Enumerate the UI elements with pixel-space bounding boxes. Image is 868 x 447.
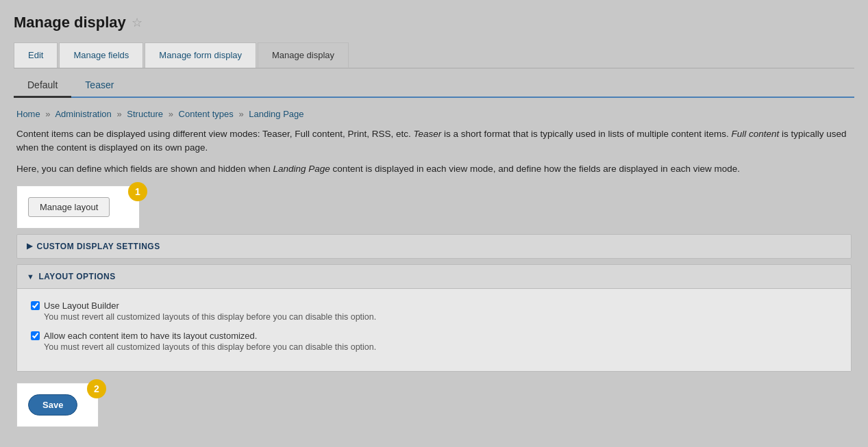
desc-italic-teaser: Teaser xyxy=(414,129,442,139)
page-title: Manage display xyxy=(14,14,126,31)
favorite-star-icon[interactable]: ☆ xyxy=(132,15,142,30)
save-panel: Save 2 xyxy=(16,383,99,427)
breadcrumb-content-types[interactable]: Content types xyxy=(179,109,234,119)
description-paragraph: Content items can be displayed using dif… xyxy=(16,127,852,155)
tab-teaser[interactable]: Teaser xyxy=(71,74,127,98)
breadcrumb-administration[interactable]: Administration xyxy=(55,109,111,119)
tab-manage-form-display[interactable]: Manage form display xyxy=(145,42,256,68)
breadcrumb-sep-1: » xyxy=(45,109,50,119)
breadcrumb-sep-3: » xyxy=(169,109,173,119)
layout-options-body: Use Layout Builder You must revert all c… xyxy=(17,288,851,371)
checkbox-row-use-layout-builder: Use Layout Builder You must revert all c… xyxy=(31,300,837,322)
primary-tabs: Edit Manage fields Manage form display M… xyxy=(14,42,854,68)
allow-custom-layout-help: You must revert all customized layouts o… xyxy=(44,342,376,352)
breadcrumb-home[interactable]: Home xyxy=(16,109,40,119)
custom-display-arrow: ▶ xyxy=(27,242,32,251)
primary-tabs-container: Edit Manage fields Manage form display M… xyxy=(14,42,854,68)
page-title-area: Manage display ☆ xyxy=(14,14,854,31)
custom-display-header[interactable]: ▶ CUSTOM DISPLAY SETTINGS xyxy=(17,235,851,258)
breadcrumb-sep-4: » xyxy=(238,109,243,119)
layout-options-label: LAYOUT OPTIONS xyxy=(38,272,115,281)
breadcrumb-landing-page[interactable]: Landing Page xyxy=(249,109,303,119)
breadcrumb-structure[interactable]: Structure xyxy=(127,109,163,119)
tab-edit[interactable]: Edit xyxy=(14,42,58,68)
allow-custom-layout-label-group: Allow each content item to have its layo… xyxy=(44,330,376,352)
layout-options-section: ▼ LAYOUT OPTIONS Use Layout Builder You … xyxy=(16,264,852,372)
info-text-2: content is displayed in each view mode, … xyxy=(330,164,740,174)
use-layout-builder-label-group: Use Layout Builder You must revert all c… xyxy=(44,300,376,322)
info-text-1: Here, you can define which fields are sh… xyxy=(16,164,273,174)
save-button[interactable]: Save xyxy=(28,394,77,416)
breadcrumb: Home » Administration » Structure » Cont… xyxy=(16,109,852,119)
layout-options-arrow: ▼ xyxy=(27,272,34,281)
info-paragraph: Here, you can define which fields are sh… xyxy=(16,162,852,176)
breadcrumb-sep-2: » xyxy=(116,109,121,119)
manage-layout-button[interactable]: Manage layout xyxy=(28,197,110,217)
tab-default[interactable]: Default xyxy=(14,74,71,98)
tab-manage-display[interactable]: Manage display xyxy=(258,42,349,68)
badge-1: 1 xyxy=(128,182,147,201)
badge-2: 2 xyxy=(87,379,106,398)
content-area: Home » Administration » Structure » Cont… xyxy=(14,109,854,427)
manage-layout-panel: Manage layout 1 xyxy=(16,186,140,229)
tab-manage-fields[interactable]: Manage fields xyxy=(59,42,143,68)
info-italic-landing: Landing Page xyxy=(273,164,330,174)
checkbox-row-allow-custom-layout: Allow each content item to have its layo… xyxy=(31,330,837,352)
use-layout-builder-help: You must revert all customized layouts o… xyxy=(44,312,376,322)
custom-display-section: ▶ CUSTOM DISPLAY SETTINGS xyxy=(16,234,852,259)
use-layout-builder-label[interactable]: Use Layout Builder xyxy=(44,301,119,311)
use-layout-builder-checkbox[interactable] xyxy=(31,301,40,310)
desc-text-1: Content items can be displayed using dif… xyxy=(16,129,414,139)
allow-custom-layout-checkbox[interactable] xyxy=(31,331,40,340)
allow-custom-layout-label[interactable]: Allow each content item to have its layo… xyxy=(44,331,257,341)
desc-text-2: is a short format that is typically used… xyxy=(441,129,731,139)
custom-display-label: CUSTOM DISPLAY SETTINGS xyxy=(36,242,160,251)
layout-options-header[interactable]: ▼ LAYOUT OPTIONS xyxy=(17,265,851,288)
page-wrapper: Manage display ☆ Edit Manage fields Mana… xyxy=(0,0,868,447)
desc-italic-full: Full content xyxy=(732,129,780,139)
secondary-tabs: Default Teaser xyxy=(14,74,854,98)
